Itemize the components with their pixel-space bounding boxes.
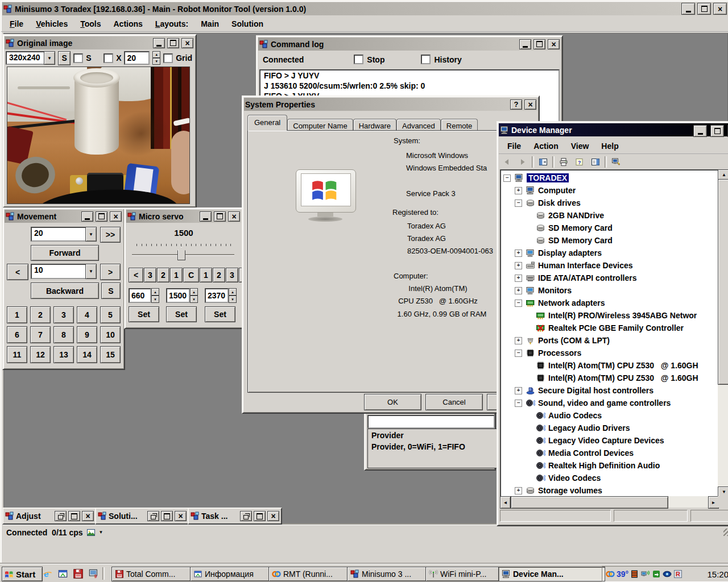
tray-vnc-tray[interactable]: R — [673, 569, 682, 579]
speed-select[interactable]: 20 ▼ — [31, 227, 97, 242]
tree-item-display-adapters[interactable]: +Display adapters — [501, 247, 719, 259]
stop-button[interactable]: S — [101, 282, 121, 299]
tree-item-secure-digital-host-controllers[interactable]: +Secure Digital host controllers — [501, 384, 719, 397]
turn-left-button[interactable]: < — [7, 264, 28, 280]
taskbar-button-wifi-mini-p[interactable]: WiFi mini-P... — [425, 567, 502, 581]
taskbar-button-device-man[interactable]: Device Man... — [498, 567, 605, 581]
close-button[interactable]: × — [267, 511, 279, 521]
main-minimize-button[interactable] — [681, 3, 695, 15]
servo-button-2[interactable]: 2 — [157, 268, 169, 282]
close-button[interactable]: × — [82, 511, 94, 521]
snapshot-button[interactable]: S — [58, 51, 71, 65]
tray-net-tray[interactable] — [641, 569, 650, 579]
picture-icon[interactable] — [86, 528, 96, 537]
tree-item-intel-r-pro-wireless-3945abg-networ[interactable]: Intel(R) PRO/Wireless 3945ABG Networ — [501, 309, 719, 322]
servo-button-c[interactable]: C — [183, 268, 199, 282]
toolbar-fwd-button[interactable] — [516, 155, 530, 169]
tree-item-intel-r-atom-tm-cpu-z530-1-60gh[interactable]: Intel(R) Atom(TM) CPU Z530 @ 1.60GH — [501, 372, 719, 384]
toolbar-help-button[interactable]: ? — [573, 155, 586, 169]
toolbar-remote-button[interactable] — [609, 155, 623, 169]
servo-button-1[interactable]: 1 — [200, 268, 212, 282]
menu-file[interactable]: File — [3, 18, 30, 30]
collapse-icon[interactable]: − — [515, 199, 522, 207]
turn-select[interactable]: 10 ▼ — [31, 264, 97, 279]
vertical-scroll-thumb[interactable] — [718, 179, 728, 385]
pad-button-15[interactable]: 15 — [100, 346, 121, 363]
servo-mid-value[interactable]: 1500 — [166, 288, 190, 303]
minimized-window-soluti[interactable]: Soluti...× — [95, 508, 189, 525]
maximize-button[interactable] — [96, 211, 107, 222]
servo-max-value[interactable]: 2370 — [205, 288, 229, 303]
pad-button-8[interactable]: 8 — [53, 326, 74, 343]
resize-grip[interactable] — [723, 529, 728, 536]
slider-thumb[interactable] — [177, 246, 185, 260]
taskbar-button-rmt-runni[interactable]: RMT (Runni... — [268, 567, 350, 581]
collapse-icon[interactable]: − — [515, 350, 522, 357]
taskbar-button-total-comm[interactable]: Total Comm... — [111, 567, 193, 581]
tree-item-computer[interactable]: +Computer — [501, 184, 719, 197]
provider-input[interactable] — [367, 415, 495, 429]
tray-tc-tray[interactable] — [630, 569, 639, 579]
quicklaunch-total-commander[interactable] — [73, 568, 84, 579]
resolution-select[interactable]: 320x240 ▼ — [6, 51, 55, 65]
interval-spinner[interactable]: ▲▼ — [152, 51, 160, 65]
taskbar-button-minisumo-3[interactable]: Minisumo 3 ... — [347, 567, 429, 581]
tree-item-storage-volumes[interactable]: +Storage volumes — [501, 484, 719, 497]
chevron-down-icon[interactable]: ▼ — [85, 227, 97, 242]
servo-button-1[interactable]: 1 — [170, 268, 183, 282]
original-image-titlebar[interactable]: Original image × — [5, 36, 195, 49]
taskbar-button-информация[interactable]: Информация — [190, 567, 272, 581]
tree-item-human-interface-devices[interactable]: +Human Interface Devices — [501, 259, 719, 272]
pad-button-11[interactable]: 11 — [7, 346, 27, 363]
turn-right-button[interactable]: > — [100, 264, 121, 280]
pad-button-6[interactable]: 6 — [7, 326, 27, 343]
menu-vehicles[interactable]: Vehicles — [30, 18, 74, 30]
expand-icon[interactable]: + — [515, 287, 522, 294]
start-button[interactable]: Start — [2, 567, 43, 581]
quicklaunch-show-desktop[interactable]: 9 — [88, 568, 99, 579]
menu-main[interactable]: Main — [195, 18, 225, 30]
expand-icon[interactable]: + — [515, 387, 522, 394]
close-button[interactable]: × — [548, 39, 560, 49]
tree-item-video-codecs[interactable]: Video Codecs — [501, 472, 719, 484]
tray-eye-tray[interactable] — [663, 569, 672, 579]
expand-icon[interactable]: + — [515, 337, 522, 344]
pad-button-2[interactable]: 2 — [30, 306, 51, 323]
servo-button-3[interactable]: 3 — [144, 268, 156, 282]
tree-item-sd-memory-card[interactable]: SD Memory Card — [501, 222, 719, 234]
collapse-icon[interactable]: − — [515, 400, 522, 407]
maximize-button[interactable] — [161, 511, 173, 521]
stop-checkbox[interactable] — [354, 55, 363, 64]
tree-item-legacy-video-capture-devices[interactable]: Legacy Video Capture Devices — [501, 434, 719, 447]
maximize-button[interactable] — [533, 39, 545, 49]
close-button[interactable]: × — [181, 38, 193, 48]
pad-button-12[interactable]: 12 — [30, 346, 51, 363]
minimize-button[interactable] — [81, 211, 93, 222]
quicklaunch-app-window[interactable] — [57, 568, 68, 579]
maximize-button[interactable] — [167, 38, 179, 48]
menu-tools[interactable]: Tools — [74, 18, 107, 30]
maximize-button[interactable] — [254, 511, 266, 521]
picture-dropdown-icon[interactable]: ▼ — [99, 530, 104, 535]
micro-servo-titlebar[interactable]: Micro servo × — [126, 210, 241, 223]
toolbar-panes-button[interactable] — [536, 155, 550, 169]
expand-icon[interactable]: + — [515, 262, 522, 269]
cancel-button[interactable]: Cancel — [425, 394, 483, 410]
minimize-button[interactable] — [693, 125, 707, 137]
pad-button-14[interactable]: 14 — [77, 346, 97, 363]
minimize-button[interactable] — [153, 38, 165, 48]
tab-general[interactable]: General — [247, 115, 287, 131]
servo-min-spinner[interactable]: 660 ▲▼ — [129, 288, 159, 303]
movement-titlebar[interactable]: Movement × — [5, 210, 123, 223]
command-log-titlebar[interactable]: Command log × — [258, 38, 561, 51]
pad-button-10[interactable]: 10 — [100, 326, 121, 343]
servo-mid-spinner[interactable]: 1500 ▲▼ — [166, 288, 198, 303]
menu-actions[interactable]: Actions — [107, 18, 149, 30]
collapse-icon[interactable]: − — [503, 174, 511, 182]
pad-button-9[interactable]: 9 — [77, 326, 97, 343]
set-mid-button[interactable]: Set — [166, 306, 197, 322]
pad-button-13[interactable]: 13 — [53, 346, 74, 363]
main-close-button[interactable]: × — [713, 3, 727, 15]
expand-icon[interactable]: + — [515, 187, 522, 194]
rmt-tray-icon[interactable] — [606, 569, 615, 579]
